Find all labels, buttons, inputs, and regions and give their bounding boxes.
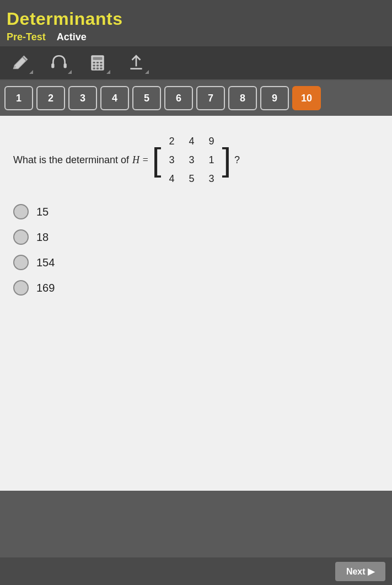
- subtitle-row: Pre-Test Active: [7, 31, 385, 43]
- radio-circle-169[interactable]: [13, 280, 29, 296]
- upload-corner-indicator: [145, 70, 149, 74]
- upload-button[interactable]: [122, 51, 150, 75]
- matrix-cell: 3: [169, 154, 174, 166]
- h-equals-label: H =: [132, 154, 149, 166]
- pencil-corner-indicator: [29, 70, 33, 74]
- tab-btn-6[interactable]: 6: [164, 86, 193, 110]
- tab-btn-5[interactable]: 5: [132, 86, 161, 110]
- calculator-corner-indicator: [106, 70, 110, 74]
- radio-circle-18[interactable]: [13, 229, 29, 245]
- svg-rect-4: [93, 62, 95, 63]
- pencil-button[interactable]: [7, 51, 34, 75]
- option-item-154[interactable]: 154: [13, 255, 379, 270]
- matrix-bracket-right: ]: [222, 143, 231, 176]
- tab-btn-4[interactable]: 4: [100, 86, 129, 110]
- header: Determinants Pre-Test Active: [0, 0, 392, 46]
- toolbar: [0, 46, 392, 80]
- option-label-154: 154: [36, 256, 55, 269]
- svg-rect-3: [93, 57, 103, 60]
- upload-icon: [127, 53, 146, 72]
- tabs-row: 12345678910: [0, 80, 392, 116]
- svg-rect-1: [64, 63, 67, 68]
- matrix-cell: 9: [208, 136, 214, 147]
- svg-rect-5: [96, 62, 99, 63]
- svg-rect-10: [93, 68, 95, 69]
- matrix-cell: 5: [189, 173, 194, 185]
- headphone-corner-indicator: [68, 70, 72, 74]
- tab-btn-8[interactable]: 8: [228, 86, 257, 110]
- question-container: What is the determinant of H = [ 2493314…: [13, 132, 379, 187]
- tab-btn-7[interactable]: 7: [196, 86, 225, 110]
- radio-circle-154[interactable]: [13, 255, 29, 270]
- matrix-cell: 3: [208, 173, 214, 185]
- svg-rect-8: [96, 65, 99, 66]
- matrix-cell: 4: [189, 136, 194, 147]
- matrix-cell: 2: [169, 136, 174, 147]
- option-item-15[interactable]: 15: [13, 204, 379, 219]
- bottom-bar: Next ▶: [0, 557, 392, 585]
- svg-rect-7: [93, 65, 95, 66]
- tab-btn-1[interactable]: 1: [4, 86, 33, 110]
- tab-btn-2[interactable]: 2: [36, 86, 65, 110]
- calculator-icon: [88, 53, 107, 72]
- radio-circle-15[interactable]: [13, 204, 29, 219]
- question-text-before: What is the determinant of: [13, 154, 129, 166]
- option-item-18[interactable]: 18: [13, 229, 379, 245]
- headphone-button[interactable]: [45, 51, 73, 75]
- matrix-cell: 4: [169, 173, 174, 185]
- pencil-icon: [11, 53, 30, 72]
- svg-rect-0: [51, 63, 54, 68]
- main-content: What is the determinant of H = [ 2493314…: [0, 116, 392, 491]
- tab-btn-3[interactable]: 3: [68, 86, 97, 110]
- question-text-after: ?: [234, 154, 240, 166]
- matrix-grid: 249331453: [163, 132, 219, 187]
- svg-rect-12: [100, 68, 102, 69]
- matrix-cell: 1: [208, 154, 214, 166]
- matrix-container: [ 249331453 ]: [152, 132, 231, 187]
- matrix-bracket-left: [: [152, 143, 162, 176]
- tab-btn-10[interactable]: 10: [292, 86, 321, 110]
- option-label-18: 18: [36, 231, 49, 244]
- svg-rect-6: [100, 62, 102, 63]
- tab-btn-9[interactable]: 9: [260, 86, 289, 110]
- option-label-15: 15: [36, 206, 49, 218]
- svg-rect-9: [100, 65, 102, 66]
- options-list: 1518154169: [13, 204, 379, 296]
- active-label: Active: [57, 31, 87, 43]
- svg-rect-11: [96, 68, 99, 69]
- matrix-cell: 3: [189, 154, 194, 166]
- pre-test-label: Pre-Test: [7, 31, 46, 43]
- option-label-169: 169: [36, 282, 55, 294]
- option-item-169[interactable]: 169: [13, 280, 379, 296]
- calculator-button[interactable]: [84, 51, 111, 75]
- headphone-icon: [50, 53, 68, 72]
- page-title: Determinants: [7, 9, 385, 29]
- next-button[interactable]: Next ▶: [335, 562, 385, 581]
